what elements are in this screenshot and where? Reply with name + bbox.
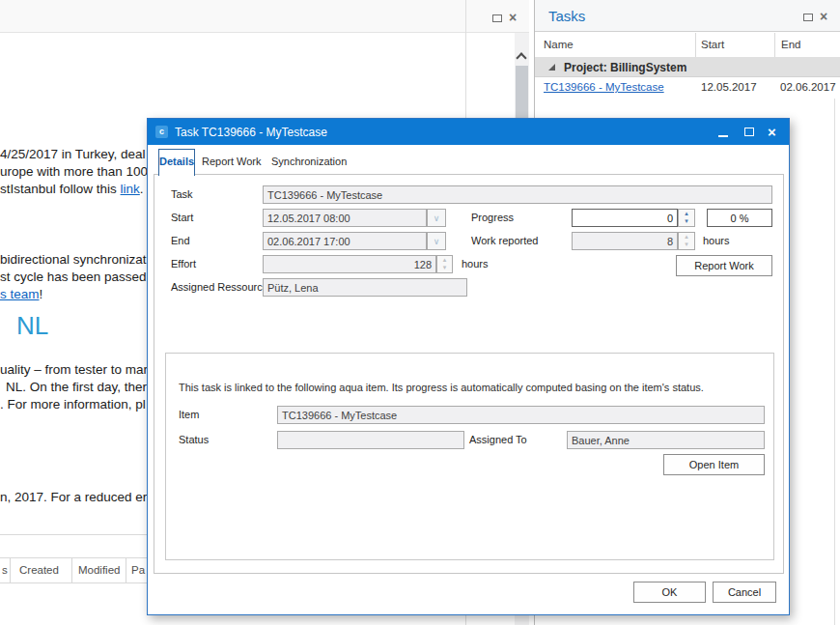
column-separator [774,33,775,57]
close-icon[interactable]: × [820,10,827,23]
start-field[interactable]: 12.05.2017 08:00 [263,209,427,227]
background-window-titlebar: × [0,0,529,33]
task-start: 12.05.2017 [701,81,757,93]
column-separator [10,558,11,582]
effort-label: Effort [171,258,196,270]
assigned-ressource-field[interactable]: Pütz, Lena [263,278,467,297]
column-separator [695,33,696,57]
column-header[interactable]: s [2,564,8,576]
task-label: Task [171,188,193,200]
progress-label: Progress [471,212,514,223]
work-reported-stepper[interactable]: ▴▾ [678,232,695,250]
chevron-down-icon: ∨ [434,213,440,223]
progress-stepper[interactable]: ▴▾ [678,209,695,227]
tasks-column-end[interactable]: End [781,39,800,50]
tasks-column-name[interactable]: Name [544,39,574,50]
ok-button[interactable]: OK [633,582,706,603]
column-separator [126,558,126,582]
newsletter-heading: NL [16,311,48,341]
cancel-button[interactable]: Cancel [713,582,776,603]
screen: × 4/25/2017 in Turkey, deal urope with m… [0,0,840,625]
work-reported-label: Work reported [471,235,539,246]
dialog-title: Task TC139666 - MyTestcase [175,126,327,139]
close-icon[interactable]: × [509,11,517,24]
newsletter-line: uality – from tester to mar [0,362,148,377]
open-item-button[interactable]: Open Item [663,454,765,475]
group-expand-icon[interactable] [548,64,555,71]
effort-stepper[interactable]: ▴▾ [436,255,453,273]
spin-up-icon[interactable]: ▴ [679,210,694,217]
progress-field[interactable]: 0 [572,209,678,227]
linked-item-description: This task is linked to the following aqu… [179,382,704,393]
newsletter-line: n, 2017. For a reduced er [0,490,147,504]
chevron-down-icon: ∨ [434,237,440,246]
details-tab-content: Task TC139666 - MyTestcase Start 12.05.2… [154,174,784,574]
spin-down-icon[interactable]: ▾ [679,217,694,225]
linked-item-groupbox: This task is linked to the following aqu… [165,353,774,560]
maximize-icon[interactable] [492,14,502,22]
minimize-icon[interactable] [718,135,728,137]
column-header[interactable]: Created [19,564,59,576]
end-label: End [171,235,190,246]
work-reported-unit: hours [703,235,730,246]
end-dropdown-button[interactable]: ∨ [427,232,446,250]
panel-inner-border [834,99,835,625]
group-row[interactable]: Project: BillingSystem [535,57,840,77]
effort-unit: hours [462,258,489,270]
end-field[interactable]: 02.06.2017 17:00 [263,232,427,250]
task-field[interactable]: TC139666 - MyTestcase [263,185,772,204]
task-dialog: c Task TC139666 - MyTestcase × Details R… [147,118,790,615]
start-dropdown-button[interactable]: ∨ [427,209,446,227]
tasks-panel-title: Tasks [548,8,585,24]
newsletter-line: s team! [0,287,42,301]
status-field[interactable] [277,431,464,449]
tab-synchronization[interactable]: Synchronization [271,156,347,167]
assigned-to-field[interactable]: Bauer, Anne [567,431,765,449]
newsletter-link[interactable]: s team [0,287,40,301]
group-label: Project: BillingSystem [564,61,686,74]
close-icon[interactable]: × [768,124,776,140]
report-work-button[interactable]: Report Work [676,255,772,276]
newsletter-line: 4/25/2017 in Turkey, deal [0,147,146,161]
maximize-icon[interactable] [803,14,813,21]
scroll-up-icon[interactable] [516,52,526,63]
work-reported-field[interactable]: 8 [572,232,678,250]
dialog-titlebar[interactable]: c Task TC139666 - MyTestcase × [148,119,789,145]
status-label: Status [179,434,209,445]
newsletter-line: st cycle has been passed [0,270,147,284]
app-icon: c [155,126,168,138]
start-label: Start [171,212,193,223]
tab-report-work[interactable]: Report Work [202,156,262,167]
newsletter-line: urope with more than 100 [0,164,148,179]
effort-field[interactable]: 128 [263,255,436,273]
tab-details[interactable]: Details [158,149,195,176]
spin-down-icon: ▾ [679,241,694,248]
tasks-column-start[interactable]: Start [701,39,724,50]
task-link[interactable]: TC139666 - MyTestcase [544,81,664,93]
item-label: Item [179,409,199,420]
column-header[interactable]: Pa [131,564,145,576]
newsletter-line: bidirectional synchronizat [0,252,147,267]
spin-down-icon: ▾ [437,264,452,271]
assigned-ressource-label: Assigned Ressource [171,281,268,293]
item-field[interactable]: TC139666 - MyTestcase [277,406,765,424]
maximize-icon[interactable] [744,128,754,136]
spin-up-icon: ▴ [679,233,694,241]
newsletter-line: stIstanbul follow this link. [0,182,144,196]
progress-percent-box: 0 % [707,209,772,227]
spin-up-icon: ▴ [437,256,452,264]
newsletter-line: NL. On the first day, ther [6,380,147,394]
column-header[interactable]: Modified [78,564,120,576]
table-row[interactable]: TC139666 - MyTestcase 12.05.2017 02.06.2… [535,77,840,99]
assigned-to-label: Assigned To [469,434,527,445]
newsletter-link[interactable]: link [121,182,140,196]
tasks-panel-titlebar: Tasks × [535,0,840,32]
task-end: 02.06.2017 [780,81,836,93]
newsletter-line: . For more information, pl [0,397,146,412]
column-separator [71,558,72,582]
